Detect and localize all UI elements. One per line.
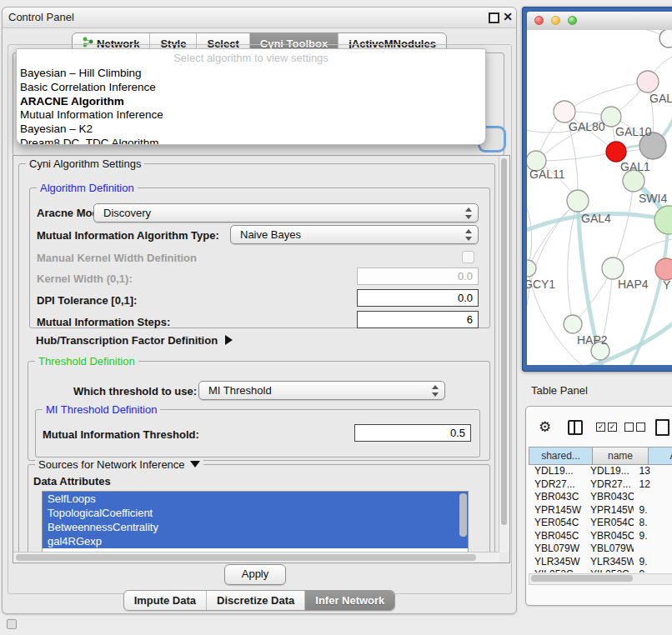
close-icon[interactable]: ✕ — [503, 10, 513, 23]
table-cell: YBR045C — [529, 530, 584, 543]
table-row[interactable]: YBR045CYBR045C9. — [529, 530, 672, 543]
table-row[interactable]: YDL19...YDL19...13 — [529, 465, 672, 478]
checked-columns-icon[interactable]: ✓✓ — [596, 422, 617, 432]
table-cell: YBL079W — [529, 542, 584, 556]
network-graph: GALGAL80GAL10GAL1GAL11SWI4GAL4GCY1HAP4YH… — [527, 30, 672, 365]
document-icon[interactable] — [655, 419, 669, 436]
tab-discretize-data[interactable]: Discretize Data — [206, 591, 304, 610]
algorithm-option[interactable]: Dream8 DC_TDC Algorithm — [17, 137, 485, 145]
mac-close-icon[interactable] — [534, 16, 544, 25]
list-scrollbar-thumb[interactable] — [459, 493, 467, 537]
aracne-mode-combobox[interactable]: Discovery — [93, 203, 479, 222]
scrollbar-thumb[interactable] — [531, 575, 633, 582]
table-cell: YPR145W — [584, 504, 633, 518]
node-label-SWI4: SWI4 — [639, 192, 667, 205]
attribute-item-selected[interactable]: TopologicalCoefficient — [43, 506, 468, 520]
attribute-item-selected[interactable]: BetweennessCentrality — [43, 520, 468, 534]
node-label-HAP2: HAP2 — [577, 333, 608, 347]
network-node-bigg[interactable] — [654, 206, 672, 234]
tab-infer-network[interactable]: Infer Network — [304, 591, 394, 610]
network-canvas[interactable]: GALGAL80GAL10GAL1GAL11SWI4GAL4GCY1HAP4YH… — [527, 30, 672, 365]
split-columns-icon[interactable] — [568, 420, 583, 435]
table-cell: YBR043C — [584, 491, 633, 504]
algorithm-option[interactable]: Mutual Information Inference — [17, 108, 485, 122]
table-row[interactable]: YBL079WYBL079W — [529, 542, 672, 556]
network-window-titlebar[interactable] — [527, 12, 672, 31]
table-cell: YBL079W — [584, 542, 633, 556]
scrollbar-thumb[interactable] — [16, 554, 476, 561]
threshold-definition-title: Threshold Definition — [35, 355, 138, 368]
table-row[interactable]: YDR27...YDR27...12 — [529, 478, 672, 492]
node-label-GAL80: GAL80 — [569, 120, 605, 133]
which-threshold-value: MI Threshold — [208, 384, 272, 397]
network-edge[interactable] — [627, 220, 669, 365]
manual-kernel-checkbox[interactable] — [462, 251, 474, 263]
network-node-GAL1[interactable] — [606, 142, 626, 162]
manual-kernel-label: Manual Kernel Width Definition — [37, 252, 197, 264]
mi-threshold-field[interactable]: 0.5 — [354, 424, 471, 442]
table-row[interactable]: YIL052CYIL052C9 — [529, 568, 672, 572]
attribute-item-selected[interactable]: SelfLoops — [43, 492, 468, 506]
table-cell: YER054C — [584, 517, 633, 530]
settings-horizontal-scrollbar[interactable] — [13, 552, 499, 563]
algorithm-option[interactable]: Basic Correlation Inference — [17, 81, 485, 95]
cyni-algorithm-settings-group: Cyni Algorithm Settings Algorithm Defini… — [18, 163, 495, 563]
table-cell: 9. — [634, 556, 672, 569]
algorithm-option[interactable]: Bayesian – Hill Climbing — [17, 67, 485, 81]
table-panel-title: Table Panel — [531, 384, 588, 397]
algorithm-option[interactable]: Bayesian – K2 — [17, 122, 485, 137]
table-header-row: shared...nameA — [529, 447, 672, 465]
table-horizontal-scrollbar[interactable] — [529, 573, 672, 585]
sources-group-title[interactable]: Sources for Network Inference — [35, 458, 203, 471]
control-panel-window: Control Panel ✕ NetworkStyleSelectCyni T… — [2, 7, 517, 614]
apply-button[interactable]: Apply — [224, 564, 286, 585]
table-row[interactable]: YLR345WYLR345W9. — [529, 556, 672, 569]
unchecked-columns-icon[interactable] — [624, 422, 645, 432]
algorithm-option[interactable]: ARACNE Algorithm — [17, 95, 485, 109]
table-row[interactable]: YBR043CYBR043C — [529, 491, 672, 504]
mac-zoom-icon[interactable] — [568, 16, 577, 25]
network-node-n_top[interactable] — [659, 30, 672, 48]
network-node-HAP2[interactable] — [564, 315, 582, 333]
network-node-GAL4[interactable] — [567, 190, 589, 212]
column-header-shared...[interactable]: shared... — [529, 447, 593, 465]
mac-minimize-icon[interactable] — [551, 16, 560, 25]
mi-steps-field[interactable]: 6 — [357, 311, 479, 328]
mi-type-combobox[interactable]: Naive Bayes — [230, 225, 479, 244]
dpi-tolerance-field[interactable]: 0.0 — [357, 289, 479, 307]
table-row[interactable]: YPR145WYPR145W9. — [529, 504, 672, 518]
algorithm-definition-title: Algorithm Definition — [37, 182, 138, 194]
data-attributes-label: Data Attributes — [33, 475, 111, 488]
mi-type-value: Naive Bayes — [240, 228, 301, 241]
tab-label: Infer Network — [315, 594, 384, 607]
kernel-width-label: Kernel Width (0,1): — [37, 272, 133, 285]
gear-icon[interactable]: ⚙ — [539, 420, 551, 434]
column-header-name[interactable]: name — [593, 447, 649, 465]
table-cell: YIL052C — [584, 568, 633, 572]
sources-group: Sources for Network Inference Data Attri… — [28, 464, 490, 563]
table-cell — [634, 491, 672, 504]
tab-impute-data[interactable]: Impute Data — [124, 591, 206, 610]
network-node-Y[interactable] — [655, 258, 672, 280]
mi-type-label: Mutual Information Algorithm Type: — [37, 229, 219, 242]
dock-panel-icon[interactable] — [7, 619, 17, 629]
float-window-icon[interactable] — [489, 12, 499, 23]
settings-vertical-scrollbar[interactable] — [499, 156, 509, 552]
table-cell: YDL19... — [584, 465, 633, 478]
network-node-GCY1[interactable] — [527, 260, 536, 277]
which-threshold-label: Which threshold to use: — [73, 385, 197, 398]
table-cell: YPR145W — [529, 504, 584, 518]
network-node-GAL[interactable] — [637, 71, 659, 92]
column-header-A[interactable]: A — [649, 447, 672, 465]
scrollbar-thumb[interactable] — [501, 158, 507, 525]
hub-definition-expander[interactable]: Hub/Transcription Factor Definition — [36, 334, 233, 347]
data-attributes-list[interactable]: SelfLoopsTopologicalCoefficientBetweenne… — [42, 491, 469, 553]
network-edge[interactable] — [527, 197, 532, 268]
network-node-HAP4[interactable] — [602, 258, 624, 279]
expand-arrow-icon — [225, 335, 233, 345]
which-threshold-combobox[interactable]: MI Threshold — [198, 381, 445, 400]
desktop: { "control_panel": { "title": "Control P… — [0, 0, 672, 635]
control-panel-titlebar[interactable]: Control Panel ✕ — [3, 8, 516, 28]
table-row[interactable]: YER054CYER054C8. — [529, 517, 672, 530]
attribute-item-selected[interactable]: gal4RGexp — [43, 534, 468, 548]
